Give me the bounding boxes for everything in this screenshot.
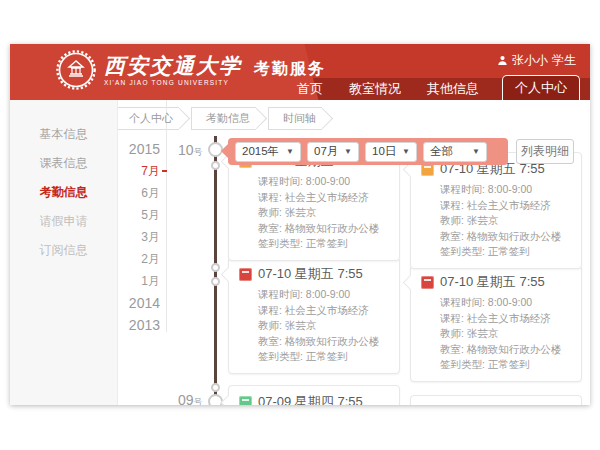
day-label-09: 09号 (178, 392, 203, 405)
person-icon (497, 55, 508, 66)
app-window: 西安交通大学 XI'AN JIAO TONG UNIVERSITY 考勤服务 张… (10, 44, 590, 405)
app-header: 西安交通大学 XI'AN JIAO TONG UNIVERSITY 考勤服务 张… (10, 44, 590, 100)
attendance-card[interactable]: 07-10 星期五 7:55 课程时间: 8:00-9:00 课程: 社会主义市… (228, 257, 400, 374)
sidebar-item-subscription-info[interactable]: 订阅信息 (10, 236, 117, 265)
card-header: 07-09 星期四 7:55 (239, 393, 389, 405)
breadcrumb-timeline[interactable]: 时间轴 (268, 107, 322, 130)
nav-item-other-info[interactable]: 其他信息 (414, 78, 492, 100)
chevron-down-icon: ▼ (286, 147, 294, 156)
main-nav: 首页 教室情况 其他信息 个人中心 (284, 75, 584, 100)
nav-item-classrooms[interactable]: 教室情况 (336, 78, 414, 100)
university-name-en: XI'AN JIAO TONG UNIVERSITY (104, 79, 242, 86)
nav-tab-personal-center[interactable]: 个人中心 (502, 75, 580, 100)
page: 西安交通大学 XI'AN JIAO TONG UNIVERSITY 考勤服务 张… (0, 0, 600, 450)
chevron-down-icon: ▼ (402, 147, 410, 156)
attendance-card[interactable]: 07-09 星期四 7:55 (228, 385, 400, 405)
filter-bar: 2015年▼ 07月▼ 10日▼ 全部▼ (228, 138, 508, 165)
list-detail-button[interactable]: 列表明细 (516, 139, 574, 164)
user-info[interactable]: 张小小 学生 (497, 52, 576, 69)
month-nav-feb[interactable]: 2月 (118, 248, 160, 270)
day-label-10: 10号 (178, 142, 203, 159)
nav-item-home[interactable]: 首页 (284, 78, 336, 100)
card-header: 07-10 星期五 7:55 (421, 273, 571, 291)
timeline-node (211, 383, 220, 392)
year-nav-2014[interactable]: 2014 (118, 292, 160, 314)
user-role: 学生 (552, 52, 576, 69)
sidebar-item-schedule-info[interactable]: 课表信息 (10, 149, 117, 178)
month-nav-jan[interactable]: 1月 (118, 270, 160, 292)
checkin-status-icon (239, 268, 252, 281)
month-nav-jul[interactable]: 7月 (118, 160, 160, 182)
timeline-node (211, 161, 220, 170)
sidebar: 基本信息 课表信息 考勤信息 请假申请 订阅信息 (10, 100, 118, 405)
chevron-down-icon: ▼ (472, 147, 480, 156)
university-name: 西安交通大学 XI'AN JIAO TONG UNIVERSITY (104, 55, 242, 86)
year-nav-2015[interactable]: 2015 (118, 138, 160, 160)
attendance-card[interactable]: 07-10 星期五 7:55 课程时间: 8:00-9:00 课程: 社会主义市… (410, 265, 582, 382)
month-nav-may[interactable]: 5月 (118, 204, 160, 226)
day-select[interactable]: 10日▼ (365, 142, 417, 162)
timeline-node (211, 277, 220, 286)
year-select[interactable]: 2015年▼ (235, 142, 301, 162)
university-name-cn: 西安交通大学 (104, 55, 242, 76)
checkin-status-icon (239, 396, 252, 406)
attendance-card[interactable]: 07-10 星期五 7:55 课程时间: 8:00-9:00 课程: 社会主义市… (410, 152, 582, 269)
user-name: 张小小 (512, 52, 548, 69)
month-nav-mar[interactable]: 3月 (118, 226, 160, 248)
month-nav-jun[interactable]: 6月 (118, 182, 160, 204)
checkin-status-icon (421, 276, 434, 289)
timeline-node (211, 263, 220, 272)
chevron-down-icon: ▼ (344, 147, 352, 156)
sidebar-item-leave-request[interactable]: 请假申请 (10, 207, 117, 236)
sidebar-item-attendance-info[interactable]: 考勤信息 (10, 178, 117, 207)
month-select[interactable]: 07月▼ (307, 142, 359, 162)
type-select[interactable]: 全部▼ (423, 142, 487, 162)
breadcrumb-attendance-info[interactable]: 考勤信息 (191, 107, 256, 130)
timeline-year-nav: 2015 7月 6月 5月 3月 2月 1月 2014 2013 (118, 100, 167, 332)
partial-card (410, 395, 582, 405)
active-month-tick (162, 170, 167, 172)
university-logo-icon (56, 50, 96, 90)
card-header: 07-10 星期五 7:55 (239, 265, 389, 283)
year-nav-2013[interactable]: 2013 (118, 314, 160, 336)
sidebar-item-basic-info[interactable]: 基本信息 (10, 120, 117, 149)
